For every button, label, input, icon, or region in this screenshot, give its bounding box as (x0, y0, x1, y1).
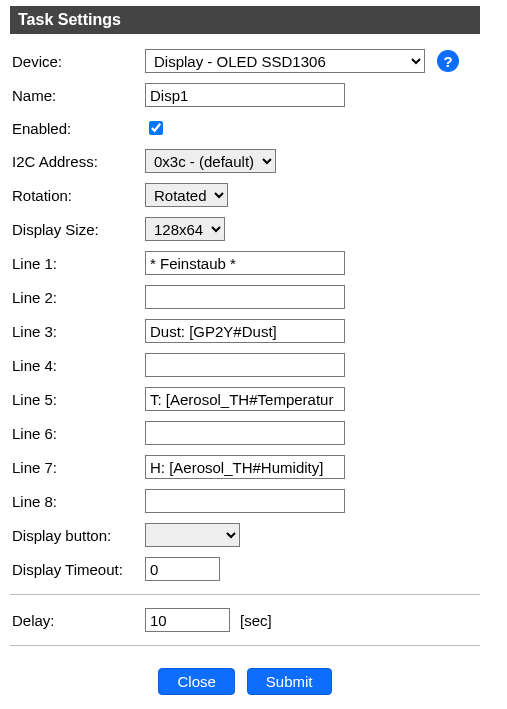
label-line4: Line 4: (10, 357, 145, 374)
row-line2: Line 2: (10, 280, 480, 314)
label-device: Device: (10, 53, 145, 70)
label-line3: Line 3: (10, 323, 145, 340)
line4-input[interactable] (145, 353, 345, 377)
label-enabled: Enabled: (10, 120, 145, 137)
row-line6: Line 6: (10, 416, 480, 450)
device-select[interactable]: Display - OLED SSD1306 (145, 49, 425, 73)
row-line3: Line 3: (10, 314, 480, 348)
task-settings-panel: Task Settings Device: Display - OLED SSD… (10, 6, 480, 709)
line5-input[interactable] (145, 387, 345, 411)
label-line5: Line 5: (10, 391, 145, 408)
label-line7: Line 7: (10, 459, 145, 476)
label-i2c: I2C Address: (10, 153, 145, 170)
separator (10, 594, 480, 595)
label-display-size: Display Size: (10, 221, 145, 238)
close-button[interactable]: Close (158, 668, 234, 695)
row-line7: Line 7: (10, 450, 480, 484)
enabled-checkbox[interactable] (149, 121, 163, 135)
button-row: Close Submit (10, 654, 480, 709)
row-display-timeout: Display Timeout: (10, 552, 480, 586)
label-rotation: Rotation: (10, 187, 145, 204)
display-button-select[interactable] (145, 523, 240, 547)
label-line1: Line 1: (10, 255, 145, 272)
panel-title: Task Settings (10, 6, 480, 34)
delay-input[interactable] (145, 608, 230, 632)
line2-input[interactable] (145, 285, 345, 309)
row-line5: Line 5: (10, 382, 480, 416)
row-display-button: Display button: (10, 518, 480, 552)
row-device: Device: Display - OLED SSD1306 ? (10, 44, 480, 78)
row-line1: Line 1: (10, 246, 480, 280)
line6-input[interactable] (145, 421, 345, 445)
label-line8: Line 8: (10, 493, 145, 510)
label-display-timeout: Display Timeout: (10, 561, 145, 578)
submit-button[interactable]: Submit (247, 668, 332, 695)
label-name: Name: (10, 87, 145, 104)
row-i2c: I2C Address: 0x3c - (default) (10, 144, 480, 178)
separator (10, 645, 480, 646)
help-icon[interactable]: ? (437, 50, 459, 72)
row-line8: Line 8: (10, 484, 480, 518)
line1-input[interactable] (145, 251, 345, 275)
line3-input[interactable] (145, 319, 345, 343)
delay-unit: [sec] (236, 612, 272, 629)
line8-input[interactable] (145, 489, 345, 513)
row-name: Name: (10, 78, 480, 112)
rotation-select[interactable]: Rotated (145, 183, 228, 207)
display-timeout-input[interactable] (145, 557, 220, 581)
label-delay: Delay: (10, 612, 145, 629)
name-input[interactable] (145, 83, 345, 107)
label-line6: Line 6: (10, 425, 145, 442)
row-rotation: Rotation: Rotated (10, 178, 480, 212)
display-size-select[interactable]: 128x64 (145, 217, 225, 241)
row-enabled: Enabled: (10, 112, 480, 144)
row-delay: Delay: [sec] (10, 603, 480, 637)
label-line2: Line 2: (10, 289, 145, 306)
line7-input[interactable] (145, 455, 345, 479)
label-display-button: Display button: (10, 527, 145, 544)
row-line4: Line 4: (10, 348, 480, 382)
i2c-address-select[interactable]: 0x3c - (default) (145, 149, 276, 173)
row-display-size: Display Size: 128x64 (10, 212, 480, 246)
task-settings-form: Device: Display - OLED SSD1306 ? Name: E… (10, 34, 480, 709)
